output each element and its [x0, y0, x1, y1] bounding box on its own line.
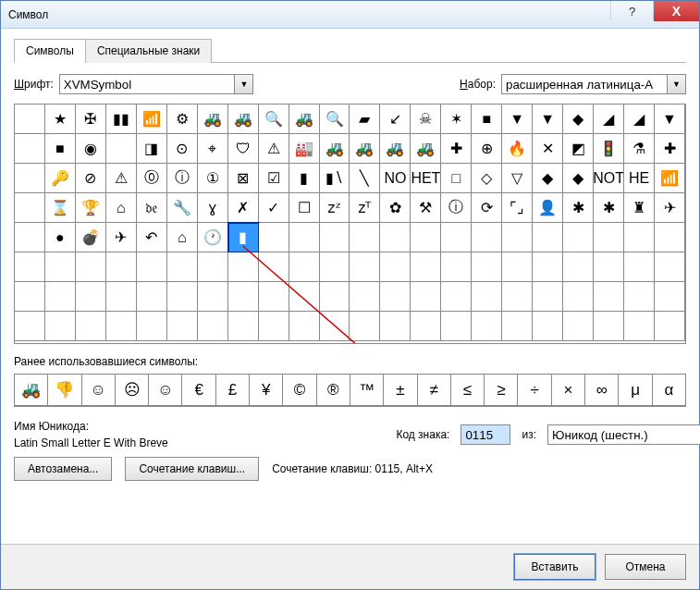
grid-cell[interactable]: [533, 223, 563, 252]
grid-cell[interactable]: ✿: [380, 193, 411, 223]
grid-cell[interactable]: [76, 282, 106, 312]
grid-cell[interactable]: NO: [380, 164, 411, 193]
grid-cell[interactable]: ⟳: [472, 193, 502, 223]
grid-cell[interactable]: ◉: [76, 134, 106, 164]
grid-cell[interactable]: 🔑: [45, 164, 76, 193]
recent-cell[interactable]: ¥: [250, 375, 283, 406]
grid-cell[interactable]: ✗: [228, 193, 259, 223]
recent-cell[interactable]: 👎: [48, 375, 81, 406]
grid-cell[interactable]: [350, 252, 380, 282]
grid-cell[interactable]: ▼: [533, 104, 563, 134]
grid-cell[interactable]: [502, 223, 533, 252]
grid-cell[interactable]: [45, 312, 76, 341]
grid-cell[interactable]: [320, 252, 350, 282]
grid-cell[interactable]: [45, 282, 76, 312]
grid-cell[interactable]: ⌜⌟: [502, 193, 533, 223]
recent-cell[interactable]: ≥: [485, 375, 518, 406]
grid-cell[interactable]: [441, 312, 472, 341]
grid-cell[interactable]: ⌂: [106, 193, 137, 223]
grid-cell[interactable]: [198, 282, 228, 312]
grid-cell[interactable]: [411, 282, 441, 312]
grid-cell[interactable]: [106, 252, 137, 282]
grid-cell[interactable]: [259, 252, 289, 282]
grid-cell[interactable]: [411, 312, 441, 341]
grid-cell[interactable]: [228, 252, 259, 282]
grid-cell[interactable]: [289, 252, 320, 282]
grid-cell[interactable]: ◆: [563, 164, 594, 193]
grid-cell[interactable]: ↶: [137, 223, 167, 252]
grid-cell[interactable]: [167, 312, 198, 341]
tab-special-chars[interactable]: Специальные знаки: [85, 39, 212, 63]
recent-cell[interactable]: €: [182, 375, 215, 406]
grid-cell[interactable]: [380, 312, 411, 341]
grid-cell[interactable]: [655, 282, 685, 312]
tab-symbols[interactable]: Символы: [14, 39, 86, 63]
grid-cell[interactable]: ◆: [563, 104, 594, 134]
grid-cell[interactable]: ⌛: [45, 193, 76, 223]
grid-cell[interactable]: 🔍: [320, 104, 350, 134]
autoreplace-button[interactable]: Автозамена...: [14, 457, 112, 481]
grid-cell[interactable]: [198, 312, 228, 341]
set-select[interactable]: [501, 74, 668, 94]
grid-cell[interactable]: 🔍: [259, 104, 289, 134]
grid-cell[interactable]: 🕐: [198, 223, 228, 252]
grid-cell[interactable]: [15, 193, 45, 223]
grid-cell[interactable]: ▮∖: [320, 164, 350, 193]
grid-cell[interactable]: [502, 312, 533, 341]
grid-cell[interactable]: [167, 252, 198, 282]
grid-cell[interactable]: ✱: [594, 193, 624, 223]
grid-cell[interactable]: ◩: [563, 134, 594, 164]
grid-cell[interactable]: [289, 223, 320, 252]
grid-cell[interactable]: 🚜: [380, 134, 411, 164]
grid-cell[interactable]: HET: [411, 164, 441, 193]
grid-cell[interactable]: [137, 252, 167, 282]
grid-cell[interactable]: ⊠: [228, 164, 259, 193]
grid-cell[interactable]: [472, 282, 502, 312]
grid-cell[interactable]: [380, 282, 411, 312]
grid-cell[interactable]: [624, 282, 655, 312]
grid-cell[interactable]: [167, 282, 198, 312]
grid-cell[interactable]: [502, 282, 533, 312]
grid-cell[interactable]: [380, 223, 411, 252]
grid-cell[interactable]: 🔥: [502, 134, 533, 164]
grid-cell[interactable]: [624, 252, 655, 282]
grid-cell[interactable]: 💣: [76, 223, 106, 252]
grid-cell[interactable]: [15, 134, 45, 164]
grid-cell[interactable]: 📶: [655, 164, 685, 193]
grid-cell[interactable]: [15, 104, 45, 134]
grid-cell[interactable]: ☑: [259, 164, 289, 193]
grid-cell[interactable]: ⓪: [137, 164, 167, 193]
grid-cell[interactable]: 📶: [137, 104, 167, 134]
grid-cell[interactable]: 𝔡𝔢: [137, 193, 167, 223]
grid-cell[interactable]: [289, 282, 320, 312]
grid-cell[interactable]: [533, 282, 563, 312]
grid-cell[interactable]: ☐: [289, 193, 320, 223]
grid-cell[interactable]: ⊙: [167, 134, 198, 164]
grid-cell[interactable]: ▮: [228, 223, 259, 252]
grid-cell[interactable]: ◨: [137, 134, 167, 164]
recent-cell[interactable]: ×: [552, 375, 585, 406]
grid-cell[interactable]: ■: [472, 104, 502, 134]
recent-cell[interactable]: ☺: [82, 375, 116, 406]
grid-cell[interactable]: ╲: [350, 164, 380, 193]
grid-cell[interactable]: [350, 223, 380, 252]
grid-cell[interactable]: zᵀ: [350, 193, 380, 223]
recent-cell[interactable]: α: [653, 375, 686, 406]
recent-cell[interactable]: ∞: [585, 375, 619, 406]
recent-grid[interactable]: 🚜👎☺☹☺€£¥©®™±≠≤≥÷×∞μα: [14, 374, 686, 407]
grid-cell[interactable]: [76, 252, 106, 282]
recent-cell[interactable]: ®: [317, 375, 350, 406]
grid-cell[interactable]: ⌖: [198, 134, 228, 164]
grid-cell[interactable]: ★: [45, 104, 76, 134]
close-button[interactable]: X: [653, 1, 699, 21]
grid-cell[interactable]: ↙: [380, 104, 411, 134]
grid-cell[interactable]: [411, 252, 441, 282]
grid-cell[interactable]: ✕: [533, 134, 563, 164]
grid-cell[interactable]: ⚠: [106, 164, 137, 193]
grid-cell[interactable]: ♜: [624, 193, 655, 223]
grid-cell[interactable]: 👤: [533, 193, 563, 223]
grid-cell[interactable]: ⚗: [624, 134, 655, 164]
recent-cell[interactable]: μ: [619, 375, 652, 406]
grid-cell[interactable]: ⚙: [167, 104, 198, 134]
grid-cell[interactable]: [15, 223, 45, 252]
